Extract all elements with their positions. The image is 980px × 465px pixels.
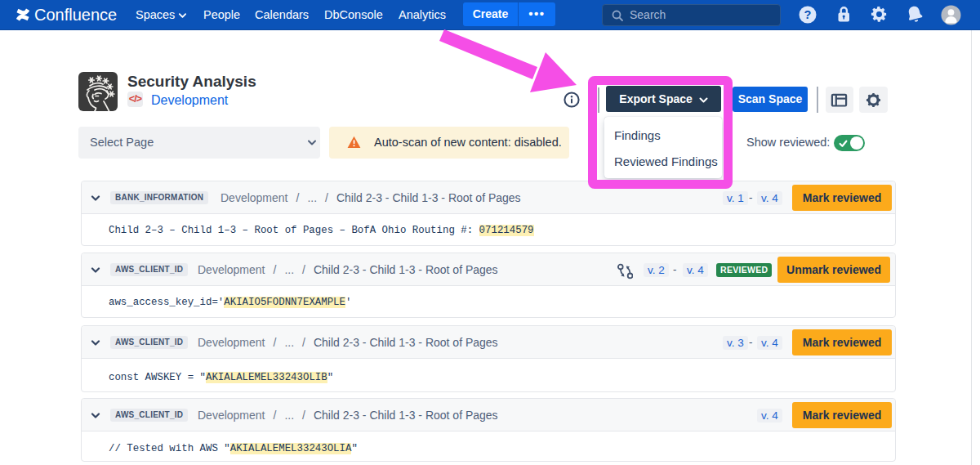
svg-text:?: ? bbox=[804, 8, 812, 21]
